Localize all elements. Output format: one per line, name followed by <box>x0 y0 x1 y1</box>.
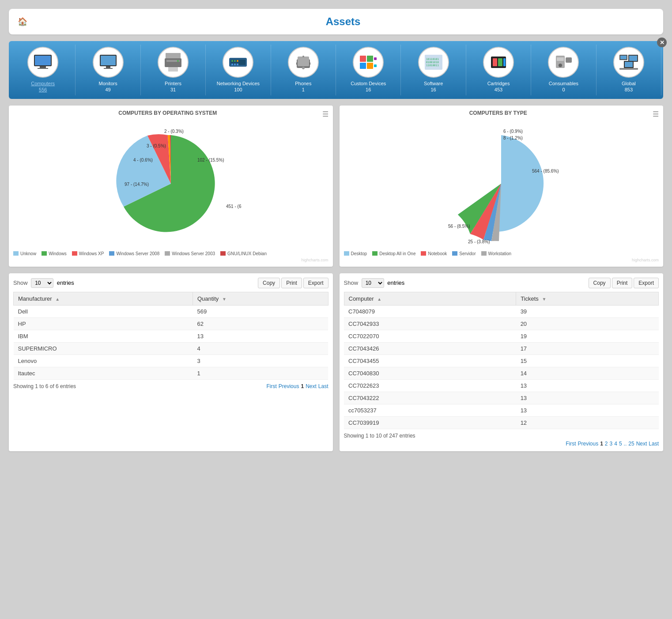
comp-pagination-1[interactable]: 1 <box>600 441 603 447</box>
manufacturer-col-header[interactable]: Manufacturer ▲ <box>14 292 193 305</box>
table-row: CC703991912 <box>344 416 659 429</box>
table-row: Dell569 <box>14 305 328 317</box>
comp-pagination-next[interactable]: Next <box>636 441 647 447</box>
chart-type-menu[interactable]: ☰ <box>653 110 659 118</box>
cartridges-icon <box>483 47 514 78</box>
chart-type-card: ☰ COMPUTERS BY TYPE 564 - (85.6%) <box>340 106 664 267</box>
comp-pagination-2[interactable]: 2 <box>605 441 608 447</box>
table-row: CC704083014 <box>344 367 659 379</box>
svg-rect-47 <box>629 56 637 61</box>
nav-item-monitors[interactable]: Monitors49 <box>76 45 140 95</box>
table-row: HP62 <box>14 317 328 330</box>
global-label: Global853 <box>622 80 636 93</box>
manufacturer-copy-button[interactable]: Copy <box>258 278 280 288</box>
comp-pagination-prev[interactable]: Previous <box>578 441 598 447</box>
svg-rect-1 <box>35 56 51 65</box>
nav-item-custom[interactable]: Custom Devices16 <box>336 45 401 95</box>
comp-pagination-4[interactable]: 4 <box>614 441 617 447</box>
svg-rect-30 <box>374 57 377 60</box>
svg-text:2 - (0.3%): 2 - (0.3%) <box>164 129 184 134</box>
manufacturer-show-select[interactable]: 10 25 50 100 <box>31 278 53 288</box>
computer-show-select[interactable]: 10 25 50 100 <box>362 278 384 288</box>
header-card: 🏠 Assets <box>9 9 663 34</box>
nav-item-phones[interactable]: Phones1 <box>271 45 336 95</box>
svg-text:6 - (0.9%): 6 - (0.9%) <box>503 129 523 134</box>
pagination-prev[interactable]: Previous <box>279 383 299 389</box>
global-icon <box>613 47 644 78</box>
table-row: CC704345515 <box>344 355 659 367</box>
chart-type-legend: Desktop Desktop All in One Notebook Serv… <box>344 251 659 256</box>
cartridges-label: Cartridges453 <box>487 80 510 93</box>
nav-item-cartridges[interactable]: Cartridges453 <box>466 45 531 95</box>
chart-os-title: COMPUTERS BY OPERATING SYSTEM <box>13 110 328 116</box>
computers-label: Computers556 <box>31 80 55 93</box>
comp-pagination-5[interactable]: 5 <box>619 441 622 447</box>
computer-export-button[interactable]: Export <box>634 278 659 288</box>
chart-os-menu[interactable]: ☰ <box>322 110 328 118</box>
software-label: Software16 <box>424 80 443 93</box>
svg-rect-50 <box>619 68 638 70</box>
chart-type-svg: 564 - (85.6%) 56 - (8.5%) 25 - (3.8%) 8 … <box>430 122 572 245</box>
svg-text:451 - (68.4%): 451 - (68.4%) <box>226 204 242 209</box>
pagination-last[interactable]: Last <box>318 383 328 389</box>
nav-item-software[interactable]: 10110101 01001010 11010011 Software16 <box>401 45 466 95</box>
computer-table-footer: Showing 1 to 10 of 247 entries <box>344 433 659 439</box>
networking-label: Networking Devices100 <box>217 80 260 93</box>
home-icon[interactable]: 🏠 <box>18 17 27 26</box>
manufacturer-btn-group: Copy Print Export <box>258 278 328 288</box>
pagination-first[interactable]: First <box>266 383 276 389</box>
manufacturer-showing-text: Showing 1 to 6 of 6 entries <box>13 383 76 389</box>
chart-os-area: 102 - (15.5%) 97 - (14.7%) 451 - (68.4%)… <box>13 120 328 248</box>
chart-os-credits: highcharts.com <box>13 258 328 262</box>
table-row: CC702262313 <box>344 379 659 392</box>
computer-pagination-row: First Previous 1 2 3 4 5 .. 25 Next Last <box>344 441 659 447</box>
svg-rect-8 <box>166 53 181 58</box>
chart-type-title: COMPUTERS BY TYPE <box>344 110 659 116</box>
table-row: cc705323713 <box>344 404 659 416</box>
phones-icon <box>288 47 319 78</box>
computer-print-button[interactable]: Print <box>612 278 633 288</box>
table-row: Lenovo3 <box>14 355 328 367</box>
tables-row: Show 10 25 50 100 entries Copy Print Exp… <box>9 273 663 451</box>
networking-icon <box>223 47 253 78</box>
comp-pagination-first[interactable]: First <box>566 441 576 447</box>
manufacturer-table-footer: Showing 1 to 6 of 6 entries First Previo… <box>13 383 328 389</box>
table-row: Itautec1 <box>14 367 328 379</box>
comp-pagination-25[interactable]: 25 <box>628 441 634 447</box>
comp-pagination-last[interactable]: Last <box>649 441 659 447</box>
nav-item-networking[interactable]: Networking Devices100 <box>206 45 271 95</box>
svg-rect-41 <box>566 57 572 63</box>
svg-point-25 <box>302 67 305 69</box>
svg-text:564 - (85.6%): 564 - (85.6%) <box>532 169 559 174</box>
svg-rect-42 <box>557 57 564 61</box>
nav-item-global[interactable]: Global853 <box>596 45 661 95</box>
manufacturer-pagination: First Previous 1 Next Last <box>266 383 328 389</box>
svg-rect-23 <box>298 57 309 66</box>
page-title: Assets <box>32 15 654 28</box>
svg-rect-19 <box>234 64 236 65</box>
close-button[interactable]: ✕ <box>657 38 667 47</box>
pagination-1[interactable]: 1 <box>301 383 304 389</box>
computer-pagination: First Previous 1 2 3 4 5 .. 25 Next Last <box>566 441 659 447</box>
manufacturer-export-button[interactable]: Export <box>303 278 328 288</box>
software-icon: 10110101 01001010 11010011 <box>418 47 449 78</box>
svg-rect-28 <box>360 63 366 69</box>
nav-item-printers[interactable]: Printers31 <box>141 45 206 95</box>
comp-pagination-3[interactable]: 3 <box>610 441 613 447</box>
chart-type-area: 564 - (85.6%) 56 - (8.5%) 25 - (3.8%) 8 … <box>344 120 659 248</box>
computer-copy-button[interactable]: Copy <box>589 278 611 288</box>
svg-rect-18 <box>231 64 233 65</box>
nav-item-consumables[interactable]: Consumables0 <box>531 45 596 95</box>
tickets-col-header[interactable]: Tickets ▼ <box>516 292 659 305</box>
svg-rect-7 <box>104 68 113 69</box>
consumables-icon <box>548 47 579 78</box>
chart-type-credits: highcharts.com <box>344 258 659 262</box>
computer-showing-text: Showing 1 to 10 of 247 entries <box>344 433 415 439</box>
manufacturer-print-button[interactable]: Print <box>281 278 302 288</box>
quantity-col-header[interactable]: Quantity ▼ <box>193 292 328 305</box>
nav-item-computers[interactable]: Computers556 <box>11 45 76 95</box>
svg-point-43 <box>559 64 562 67</box>
computer-col-header[interactable]: Computer ▲ <box>344 292 516 305</box>
pagination-next[interactable]: Next <box>306 383 317 389</box>
svg-rect-27 <box>367 56 373 62</box>
